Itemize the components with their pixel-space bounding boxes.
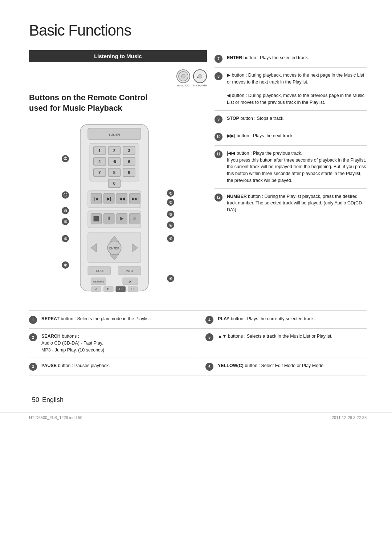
svg-text:0: 0 xyxy=(113,182,115,186)
mp3-icon: ♫ xyxy=(193,69,207,83)
bottom-item-6: 6 YELLOW(C) button : Select Edit Mode or… xyxy=(198,358,367,375)
badge-b1: 1 xyxy=(29,316,37,324)
svg-text:INFO: INFO xyxy=(126,269,133,273)
text-b4: PLAY button : Plays the currently select… xyxy=(218,316,315,322)
svg-text:TUNER: TUNER xyxy=(109,133,121,137)
item-row-7: 7 ENTER button : Plays the selected trac… xyxy=(215,50,367,68)
bottom-item-5: 5 ▲▼ buttons : Selects a track in the Mu… xyxy=(198,329,367,358)
badge-b2: 2 xyxy=(29,333,37,341)
badge-2: ② xyxy=(167,199,174,206)
item-row-11: 11 |◀◀ button : Plays the previous track… xyxy=(215,146,367,189)
badge-3: ③ xyxy=(167,211,174,218)
item-text-7: ENTER button : Plays the selected track. xyxy=(227,54,309,61)
svg-text:▶▶: ▶▶ xyxy=(132,196,138,201)
svg-text:7: 7 xyxy=(98,170,101,175)
text-b5: ▲▼ buttons : Selects a track in the Musi… xyxy=(218,333,332,340)
item-text-8: ▶ button : During playback, moves to the… xyxy=(227,72,367,106)
page-title: Basic Functions xyxy=(29,22,367,39)
item-text-11: |◀◀ button : Plays the previous track. I… xyxy=(227,150,367,184)
footer: HT-D6500_ELS_1226.indd 50 2011-12-26 3:2… xyxy=(0,412,392,420)
svg-text:⊞: ⊞ xyxy=(133,217,136,221)
svg-text:RETURN: RETURN xyxy=(93,280,104,283)
section-header: Listening to Music xyxy=(29,50,207,62)
svg-text:▶|: ▶| xyxy=(107,196,111,201)
item-text-12: NUMBER button : During the Playlist play… xyxy=(227,193,367,213)
svg-text:B: B xyxy=(107,288,110,291)
badge-b3: 3 xyxy=(29,363,37,371)
bottom-item-1: 1 REPEAT button : Selects the play mode … xyxy=(29,311,198,329)
item-row-8: 8 ▶ button : During playback, moves to t… xyxy=(215,68,367,111)
text-b6: YELLOW(C) button : Select Edit Mode or P… xyxy=(218,362,325,369)
badge-4: ④ xyxy=(167,221,174,229)
bottom-item-2: 2 SEARCH buttons : Audio CD (CD-DA) - Fa… xyxy=(29,329,198,358)
svg-text:ENTER: ENTER xyxy=(109,247,119,250)
svg-text:·5: ·5 xyxy=(113,159,116,164)
svg-text:6: 6 xyxy=(128,159,130,164)
remote-control-image: TUNER 1 2 3 4 ·5 xyxy=(67,121,169,296)
item-text-9: STOP button : Stops a track. xyxy=(227,115,285,122)
svg-text:A: A xyxy=(95,288,97,291)
svg-text:3: 3 xyxy=(128,149,130,153)
svg-text:4: 4 xyxy=(98,159,101,164)
text-b2: SEARCH buttons : Audio CD (CD-DA) - Fast… xyxy=(41,333,104,353)
text-b3: PAUSE button : Pauses playback. xyxy=(41,362,110,369)
badge-number-8: 8 xyxy=(215,72,222,80)
badge-number-9: 9 xyxy=(215,115,222,123)
svg-rect-39 xyxy=(94,216,99,221)
svg-text:TOOLS: TOOLS xyxy=(94,269,105,273)
svg-text:C: C xyxy=(119,288,122,291)
right-column: 7 ENTER button : Plays the selected trac… xyxy=(207,50,367,300)
svg-text:1: 1 xyxy=(98,149,101,153)
audio-cd-icon xyxy=(176,69,190,83)
svg-point-2 xyxy=(183,76,184,77)
svg-text:⏸: ⏸ xyxy=(106,216,111,221)
format-icons: Audio CD ♫ MP3/WMA xyxy=(29,69,207,87)
badge-b5: 5 xyxy=(205,333,213,341)
badge-number-12: 12 xyxy=(215,194,222,202)
svg-text:|◀: |◀ xyxy=(94,196,98,201)
item-row-9: 9 STOP button : Stops a track. xyxy=(215,111,367,128)
footer-left: HT-D6500_ELS_1226.indd 50 xyxy=(29,415,82,420)
svg-text:🔊: 🔊 xyxy=(128,280,132,284)
svg-text:D: D xyxy=(131,288,134,291)
mp3-label: MP3/WMA xyxy=(193,84,207,87)
svg-text:◀◀: ◀◀ xyxy=(119,196,125,201)
badge-b4: 4 xyxy=(205,316,213,324)
text-b1: REPEAT button : Selects the play mode in… xyxy=(41,316,151,322)
badge-1: ① xyxy=(167,190,174,197)
svg-text:9: 9 xyxy=(128,170,130,175)
badge-number-11: 11 xyxy=(215,150,222,158)
bottom-item-4: 4 PLAY button : Plays the currently sele… xyxy=(198,311,367,329)
svg-point-0 xyxy=(179,72,188,81)
svg-point-1 xyxy=(182,75,185,78)
badge-number-7: 7 xyxy=(215,55,222,63)
svg-text:♫: ♫ xyxy=(197,75,200,79)
item-row-10: 10 ▶▶| button : Plays the next track. xyxy=(215,128,367,146)
section-subheading: Buttons on the Remote Control used for M… xyxy=(29,93,207,113)
item-text-10: ▶▶| button : Plays the next track. xyxy=(227,133,294,139)
bottom-item-3: 3 PAUSE button : Pauses playback. xyxy=(29,358,198,375)
svg-text:8: 8 xyxy=(113,170,116,175)
badge-6: ⑥ xyxy=(167,275,174,282)
svg-text:▶: ▶ xyxy=(120,216,124,221)
badge-number-10: 10 xyxy=(215,133,222,141)
footer-right: 2011-12-26 3:22:38 xyxy=(332,415,367,420)
page-number: 50English xyxy=(29,390,367,405)
audio-cd-label: Audio CD xyxy=(176,84,190,87)
badge-5: ⑤ xyxy=(167,235,174,242)
badge-b6: 6 xyxy=(205,363,213,371)
item-row-12: 12 NUMBER button : During the Playlist p… xyxy=(215,189,367,218)
svg-text:2: 2 xyxy=(113,149,115,153)
